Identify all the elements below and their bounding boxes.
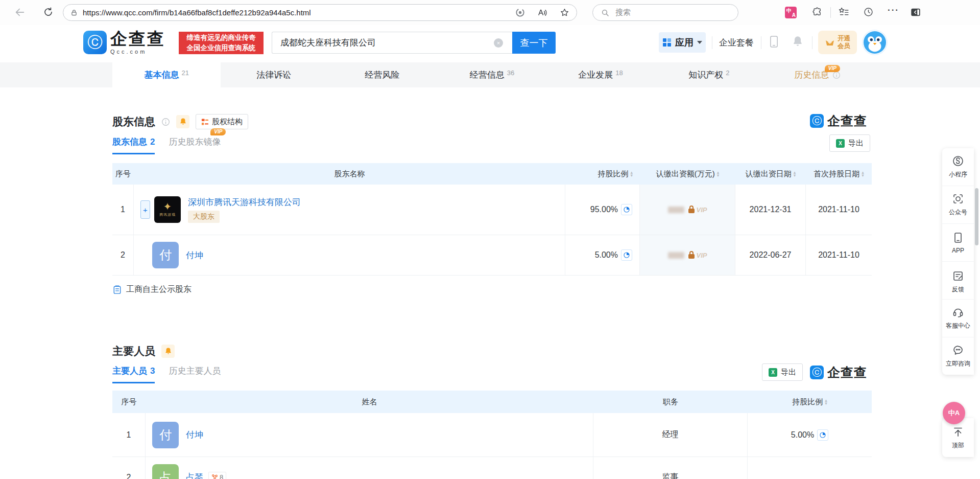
apps-menu-button[interactable]: 应用 [659, 32, 706, 53]
subtab-history-personnel[interactable]: 历史主要人员 [169, 365, 221, 382]
tab-intellectual-property[interactable]: 知识产权2 [655, 62, 763, 87]
sidebar-item-customer-service[interactable]: 客服中心 [942, 299, 974, 337]
back-icon[interactable] [14, 7, 26, 18]
translate-icon[interactable]: 中A [785, 7, 797, 18]
personnel-link[interactable]: 付坤 [186, 429, 203, 441]
sort-icon[interactable]: ▴▾ [862, 171, 864, 177]
equity-structure-button[interactable]: 股权结构 [196, 114, 248, 129]
favorites-bar-icon[interactable] [839, 7, 849, 17]
col-subscribed-date[interactable]: 认缴出资日期▴▾ [735, 163, 806, 185]
sidebar-panel-icon[interactable] [910, 7, 921, 18]
user-avatar[interactable] [863, 31, 887, 54]
clear-search-icon[interactable] [494, 38, 503, 48]
slogan-line1: 缔造有远见的商业传奇 [179, 33, 264, 43]
amount-cell-locked[interactable]: VIP [640, 235, 735, 275]
brand-name: 企查查 [110, 30, 165, 48]
slogan-line2: 全国企业信用查询系统 [179, 43, 264, 53]
expand-button[interactable]: + [140, 200, 150, 219]
subtab-history-shareholders[interactable]: VIP 历史股东镜像 [169, 136, 221, 153]
sort-icon[interactable]: ▴▾ [630, 171, 633, 177]
pie-chart-icon[interactable] [621, 204, 632, 215]
tab-operating-info[interactable]: 经营信息36 [438, 62, 546, 87]
tab-history-info[interactable]: VIP 历史信息 [763, 62, 872, 87]
search-submit-button[interactable]: 查一下 [512, 32, 556, 54]
sidebar-item-app[interactable]: APP [942, 223, 974, 261]
header-divider [712, 36, 712, 49]
read-aloud-icon[interactable] [537, 8, 547, 18]
vip-locked-label: VIP [697, 252, 707, 259]
sort-icon[interactable]: ▴▾ [794, 171, 796, 177]
browser-search-box[interactable]: 搜索 [592, 4, 738, 21]
slogan-banner: 缔造有远见的商业传奇 全国企业信用查询系统 [179, 32, 264, 54]
clipboard-icon [112, 285, 122, 294]
favorite-star-icon[interactable] [560, 8, 569, 17]
monitor-bell-icon[interactable] [176, 115, 189, 128]
col-subscribed-amount[interactable]: 认缴出资额(万元)▴▾ [640, 163, 735, 185]
qcc-logo-icon[interactable] [83, 31, 107, 54]
tracking-prevention-icon[interactable] [515, 8, 525, 17]
self-disclosed-shareholders-link[interactable]: 工商自主公示股东 [112, 284, 192, 295]
role-cell: 监事 [593, 457, 748, 479]
tab-development[interactable]: 企业发展18 [546, 62, 655, 87]
page-scrollbar[interactable] [975, 188, 978, 245]
excel-icon [769, 368, 777, 377]
sidebar-item-miniprogram[interactable]: 小程序 [942, 148, 974, 186]
sidebar-item-consult[interactable]: 立即咨询 [942, 337, 974, 375]
sort-icon[interactable]: ▴▾ [717, 171, 720, 177]
more-options-icon[interactable] [888, 5, 899, 15]
ratio-cell: 95.00% [565, 185, 640, 235]
sidebar-item-official-account[interactable]: 公众号 [942, 186, 974, 223]
lock-icon [688, 254, 695, 259]
pie-chart-icon[interactable] [817, 429, 828, 441]
subtab-current-shareholders[interactable]: 股东信息2 [112, 136, 155, 154]
sidebar-item-top[interactable]: 顶部 [942, 418, 974, 457]
first-date-cell: 2021-11-10 [806, 185, 872, 235]
qr-scan-icon [952, 193, 964, 205]
shareholder-company-link[interactable]: 深圳市腾讯天游科技有限公司 [188, 196, 301, 208]
self-disclosed-label: 工商自主公示股东 [126, 284, 192, 295]
header-divider [812, 36, 812, 49]
history-icon[interactable] [863, 7, 874, 17]
shareholder-person-link[interactable]: 付坤 [186, 249, 203, 261]
pie-chart-icon[interactable] [621, 249, 632, 261]
tab-operating-risk[interactable]: 经营风险 [329, 62, 438, 87]
col-first-holding-date[interactable]: 首次持股日期▴▾ [806, 163, 872, 185]
export-label: 导出 [781, 368, 796, 377]
monitor-bell-icon[interactable] [161, 345, 175, 358]
floating-translate-bubble[interactable]: 中A [943, 402, 965, 424]
qcc-watermark-icon [810, 366, 824, 379]
qcc-watermark: 企查查 [810, 112, 867, 129]
first-date-cell: 2021-11-10 [806, 235, 872, 275]
col-ratio[interactable]: 持股比例▴▾ [748, 391, 872, 413]
sidebar-item-feedback[interactable]: 反馈 [942, 261, 974, 299]
url-text[interactable]: https://www.qcc.com/firm/b14a66fbaf8cf1d… [83, 8, 311, 17]
mobile-app-icon[interactable] [769, 35, 779, 49]
tab-count: 21 [181, 69, 188, 77]
notification-bell-icon[interactable] [792, 35, 803, 48]
extensions-icon[interactable] [812, 7, 823, 17]
company-nav-tabstrip: 基本信息21 法律诉讼 经营风险 经营信息36 企业发展18 知识产权2 VIP… [0, 62, 980, 87]
logo-star-glyph: ✦ [163, 202, 172, 211]
company-search-input[interactable] [272, 32, 512, 54]
reload-icon[interactable] [43, 7, 54, 17]
sort-icon[interactable]: ▴▾ [825, 399, 827, 405]
tab-legal[interactable]: 法律诉讼 [221, 62, 329, 87]
col-ratio[interactable]: 持股比例▴▾ [565, 163, 640, 185]
tab-basic-info[interactable]: 基本信息21 [112, 62, 221, 87]
col-index: 序号 [112, 391, 146, 413]
enterprise-package-link[interactable]: 企业套餐 [719, 37, 754, 49]
address-bar[interactable]: https://www.qcc.com/firm/b14a66fbaf8cf1d… [63, 4, 577, 21]
qcc-watermark-text: 企查查 [827, 364, 867, 381]
info-icon[interactable] [161, 118, 170, 126]
export-button[interactable]: 导出 [829, 134, 870, 152]
personnel-table: 序号 姓名 职务 持股比例▴▾ 1 付 付坤 经理 5.00% 2 占 占琴 [112, 391, 872, 479]
association-badge[interactable]: 8 [208, 472, 226, 479]
ratio-cell [748, 457, 872, 479]
subtab-current-personnel[interactable]: 主要人员3 [112, 365, 155, 383]
export-button[interactable]: 导出 [762, 363, 803, 381]
open-vip-button[interactable]: 开通会员 [818, 31, 857, 54]
personnel-link[interactable]: 占琴 [186, 471, 203, 479]
amount-cell-locked[interactable]: VIP [640, 185, 735, 235]
brand[interactable]: 企查查 Qcc.com [110, 30, 165, 55]
equity-structure-label: 股权结构 [212, 117, 243, 127]
